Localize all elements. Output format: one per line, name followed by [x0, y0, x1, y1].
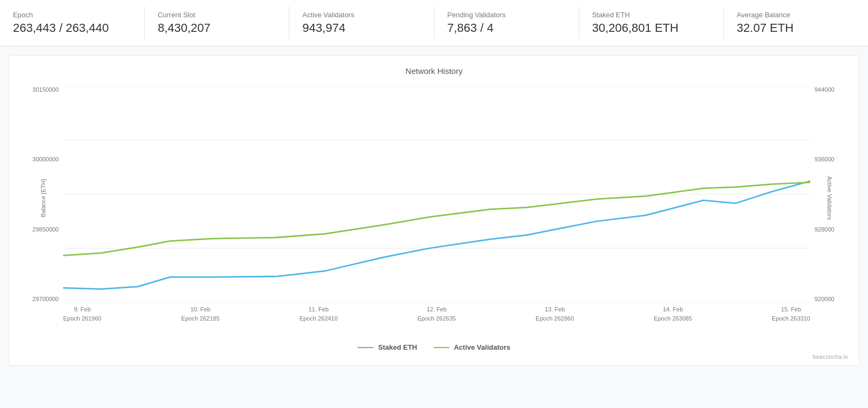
stat-epoch: Epoch 263,443 / 263,440: [0, 6, 145, 39]
legend-staked-eth: Staked ETH: [357, 343, 417, 351]
stat-epoch-value: 263,443 / 263,440: [13, 21, 131, 35]
stat-average-balance-label: Average Balance: [737, 11, 855, 19]
x-axis: 9. Feb Epoch 261960 10. Feb Epoch 262185…: [63, 305, 810, 335]
y-left-label-1: 29850000: [32, 226, 59, 233]
stat-pending-validators-label: Pending Validators: [447, 11, 566, 19]
stat-current-slot-label: Current Slot: [158, 11, 276, 19]
legend-active-validators-label: Active Validators: [454, 343, 511, 351]
y-right-label-2: 936000: [815, 156, 835, 162]
stat-current-slot-value: 8,430,207: [158, 21, 276, 35]
stat-staked-eth: Staked ETH 30,206,801 ETH: [579, 6, 724, 39]
chart-area: 29700000 29850000 30000000 30150000 Bala…: [15, 86, 853, 335]
chart-title: Network History: [15, 66, 853, 76]
y-axis-left: 29700000 29850000 30000000 30150000: [15, 86, 63, 302]
stat-pending-validators-value: 7,863 / 4: [447, 21, 566, 35]
stat-epoch-label: Epoch: [13, 11, 131, 19]
y-left-label-2: 30000000: [32, 156, 59, 162]
chart-svg: [63, 86, 810, 302]
x-label-4: 13. Feb Epoch 262860: [535, 305, 574, 335]
active-validators-line: [63, 182, 810, 256]
x-label-1: 10. Feb Epoch 262185: [181, 305, 220, 335]
stat-active-validators: Active Validators 943,974: [289, 6, 434, 39]
stat-average-balance: Average Balance 32.07 ETH: [724, 6, 868, 39]
stat-staked-eth-value: 30,206,801 ETH: [592, 21, 710, 35]
y-axis-left-title: Balance [ETH]: [40, 179, 46, 217]
chart-legend: Staked ETH Active Validators: [15, 339, 853, 351]
y-axis-right-title: Active Validators: [826, 176, 832, 220]
legend-staked-eth-label: Staked ETH: [378, 343, 417, 351]
x-label-3: 12. Feb Epoch 262635: [417, 305, 456, 335]
legend-active-validators: Active Validators: [433, 343, 511, 351]
stat-average-balance-value: 32.07 ETH: [737, 21, 855, 35]
legend-staked-eth-line: [357, 347, 374, 348]
stats-bar: Epoch 263,443 / 263,440 Current Slot 8,4…: [0, 0, 868, 46]
x-label-5: 14. Feb Epoch 263085: [654, 305, 692, 335]
y-right-label-3: 944000: [815, 86, 835, 93]
branding: beaconcha.in: [15, 353, 853, 360]
stat-active-validators-label: Active Validators: [302, 11, 421, 19]
staked-eth-line: [63, 181, 810, 289]
x-label-2: 11. Feb Epoch 262410: [300, 305, 338, 335]
stat-active-validators-value: 943,974: [302, 21, 421, 35]
y-right-label-1: 928000: [815, 226, 835, 233]
chart-container: Network History 29700000 29850000 300000…: [9, 55, 859, 366]
legend-active-validators-line: [433, 347, 450, 348]
y-right-label-0: 920000: [815, 296, 835, 302]
y-left-label-3: 30150000: [32, 86, 59, 93]
stat-pending-validators: Pending Validators 7,863 / 4: [435, 6, 579, 39]
x-label-0: 9. Feb Epoch 261960: [63, 305, 101, 335]
svg-wrapper: [63, 86, 810, 302]
stat-current-slot: Current Slot 8,430,207: [145, 6, 289, 39]
stat-staked-eth-label: Staked ETH: [592, 11, 710, 19]
x-label-6: 15. Feb Epoch 263310: [772, 305, 810, 335]
y-left-label-0: 29700000: [32, 296, 59, 302]
